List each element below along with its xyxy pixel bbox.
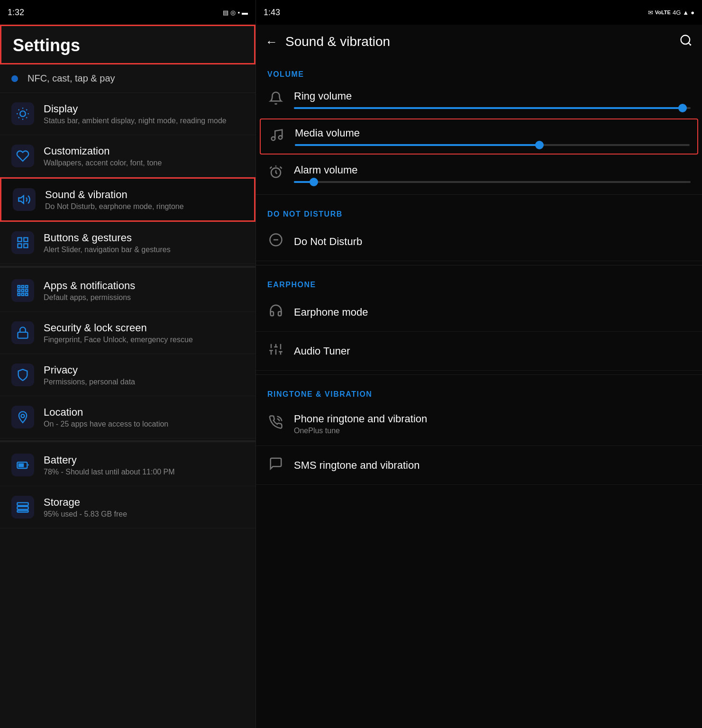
separator-1 — [0, 266, 255, 268]
alarm-volume-item[interactable]: Alarm volume — [256, 156, 702, 191]
nfc-item[interactable]: NFC, cast, tap & pay — [0, 64, 255, 93]
location-subtitle: On - 25 apps have access to location — [44, 420, 244, 428]
media-volume-fill — [295, 144, 539, 146]
svg-rect-21 — [22, 293, 24, 296]
settings-list: Display Status bar, ambient display, nig… — [0, 93, 255, 728]
settings-title: Settings — [13, 36, 80, 55]
svg-point-35 — [279, 136, 283, 139]
earphone-mode-text: Earphone mode — [294, 306, 691, 318]
media-volume-thumb[interactable] — [535, 141, 544, 149]
apps-icon — [11, 279, 34, 302]
display-subtitle: Status bar, ambient display, night mode,… — [44, 117, 244, 125]
media-volume-control: Media volume — [295, 127, 690, 146]
phone-ringtone-title: Phone ringtone and vibration — [294, 413, 691, 425]
dnd-item[interactable]: Do Not Disturb — [256, 222, 702, 261]
media-volume-track[interactable] — [295, 144, 690, 146]
settings-item-battery[interactable]: Battery 78% - Should last until about 11… — [0, 444, 255, 486]
svg-rect-12 — [24, 244, 27, 247]
settings-item-buttons[interactable]: Buttons & gestures Alert Slider, navigat… — [0, 222, 255, 264]
svg-point-24 — [21, 414, 25, 418]
customization-text: Customization Wallpapers, accent color, … — [44, 145, 244, 167]
ring-volume-thumb[interactable] — [678, 104, 687, 112]
settings-item-display[interactable]: Display Status bar, ambient display, nig… — [0, 93, 255, 135]
customization-icon — [11, 145, 34, 167]
location-title: Location — [44, 406, 244, 419]
nfc-label: NFC, cast, tap & pay — [27, 73, 115, 84]
sms-ringtone-item[interactable]: SMS ringtone and vibration — [256, 446, 702, 485]
buttons-subtitle: Alert Slider, navigation bar & gestures — [44, 246, 244, 254]
divider-3 — [256, 374, 702, 375]
battery-icon — [11, 454, 34, 476]
svg-rect-17 — [18, 290, 20, 292]
settings-item-storage[interactable]: Storage 95% used - 5.83 GB free — [0, 486, 255, 528]
phone-ringtone-item[interactable]: Phone ringtone and vibration OnePlus tun… — [256, 402, 702, 446]
svg-rect-23 — [18, 332, 28, 338]
storage-title: Storage — [44, 496, 244, 509]
svg-rect-28 — [17, 503, 28, 506]
status-icons-right: ✉ VoLTE 4G ▲ ● — [648, 9, 694, 16]
back-button[interactable]: ← — [265, 35, 278, 49]
tuner-icon — [267, 342, 284, 360]
earphone-section-header: EARPHONE — [256, 269, 702, 293]
settings-item-security[interactable]: Security & lock screen Fingerprint, Face… — [0, 312, 255, 354]
battery-text: Battery 78% - Should last until about 11… — [44, 454, 244, 476]
alarm-volume-track[interactable] — [294, 181, 691, 183]
display-text: Display Status bar, ambient display, nig… — [44, 103, 244, 125]
audio-tuner-text: Audio Tuner — [294, 345, 691, 357]
battery-title: Battery — [44, 454, 244, 466]
search-button[interactable] — [679, 34, 693, 50]
privacy-text: Privacy Permissions, personal data — [44, 364, 244, 386]
ring-volume-control: Ring volume — [294, 90, 691, 109]
settings-title-bar: Settings — [0, 25, 255, 64]
settings-item-apps[interactable]: Apps & notifications Default apps, permi… — [0, 270, 255, 312]
settings-item-privacy[interactable]: Privacy Permissions, personal data — [0, 354, 255, 396]
media-volume-item[interactable]: Media volume — [260, 118, 698, 155]
audio-tuner-title: Audio Tuner — [294, 345, 691, 357]
top-bar: ← Sound & vibration — [256, 25, 702, 59]
svg-marker-9 — [18, 196, 24, 203]
display-icon — [11, 102, 34, 125]
sound-subtitle: Do Not Disturb, earphone mode, ringtone — [45, 202, 243, 211]
sound-title: Sound & vibration — [45, 189, 243, 201]
volume-section-header: VOLUME — [256, 59, 702, 82]
security-subtitle: Fingerprint, Face Unlock, emergency resc… — [44, 336, 244, 344]
divider-2 — [256, 265, 702, 265]
sms-ringtone-text: SMS ringtone and vibration — [294, 459, 691, 472]
time-left: 1:32 — [8, 8, 24, 18]
audio-tuner-item[interactable]: Audio Tuner — [256, 332, 702, 371]
svg-point-31 — [681, 35, 690, 44]
svg-rect-27 — [18, 464, 24, 467]
right-panel: 1:43 ✉ VoLTE 4G ▲ ● ← Sound & vibration … — [256, 0, 702, 728]
left-panel: 1:32 ▤ ◎ ▪ ▬ Settings NFC, cast, tap & p… — [0, 0, 256, 728]
dnd-title: Do Not Disturb — [294, 236, 691, 248]
svg-rect-20 — [18, 293, 20, 296]
svg-rect-10 — [18, 238, 22, 242]
svg-rect-14 — [18, 286, 20, 288]
security-text: Security & lock screen Fingerprint, Face… — [44, 322, 244, 344]
location-icon — [11, 406, 34, 428]
alarm-volume-thumb[interactable] — [310, 178, 318, 186]
bell-icon — [267, 91, 284, 109]
phone-ringtone-icon — [267, 415, 284, 433]
svg-line-8 — [26, 109, 27, 110]
sound-icon — [13, 188, 36, 211]
earphone-mode-title: Earphone mode — [294, 306, 691, 318]
settings-item-customization[interactable]: Customization Wallpapers, accent color, … — [0, 135, 255, 177]
ring-volume-track[interactable] — [294, 107, 691, 109]
svg-rect-16 — [26, 286, 28, 288]
phone-ringtone-subtitle: OnePlus tune — [294, 427, 691, 435]
customization-subtitle: Wallpapers, accent color, font, tone — [44, 159, 244, 167]
svg-line-3 — [18, 109, 19, 110]
svg-rect-18 — [22, 290, 24, 292]
earphone-mode-item[interactable]: Earphone mode — [256, 293, 702, 332]
settings-item-location[interactable]: Location On - 25 apps have access to loc… — [0, 396, 255, 438]
alarm-volume-control: Alarm volume — [294, 164, 691, 183]
ring-volume-fill — [294, 107, 683, 109]
settings-item-sound[interactable]: Sound & vibration Do Not Disturb, earpho… — [0, 177, 255, 222]
svg-rect-13 — [18, 244, 22, 247]
battery-subtitle: 78% - Should last until about 11:00 PM — [44, 468, 244, 476]
ring-volume-item[interactable]: Ring volume — [256, 82, 702, 117]
storage-icon — [11, 496, 34, 519]
message-icon — [267, 456, 284, 474]
svg-rect-30 — [17, 510, 28, 512]
